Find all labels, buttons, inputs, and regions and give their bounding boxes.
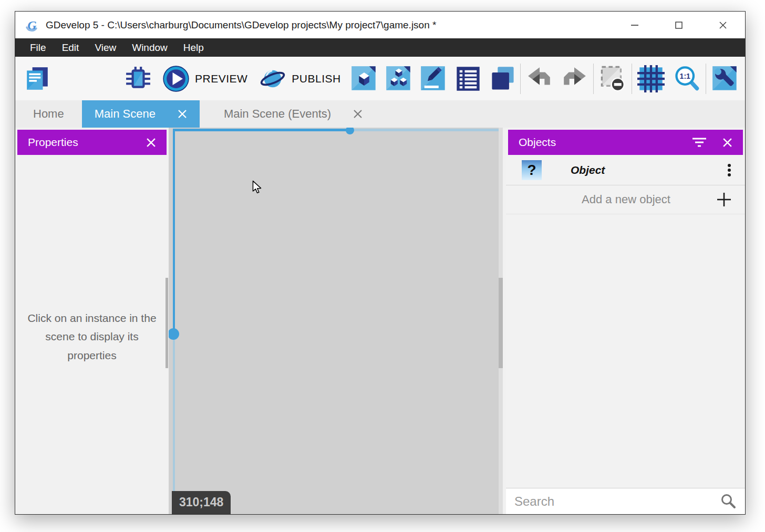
search-input[interactable] bbox=[514, 494, 720, 509]
layers-icon bbox=[489, 65, 516, 92]
close-icon[interactable] bbox=[722, 138, 732, 148]
maximize-button[interactable] bbox=[657, 12, 701, 38]
main-area: Properties Click on an instance in the s… bbox=[15, 128, 745, 514]
pencil-icon bbox=[420, 65, 447, 92]
tab-close-icon[interactable] bbox=[178, 109, 187, 119]
toolbar-separator bbox=[706, 64, 706, 94]
redo-icon bbox=[561, 66, 587, 92]
add-object-label: Add a new object bbox=[520, 193, 717, 206]
window-title: GDevelop 5 - C:\Users\charburg\Documents… bbox=[46, 19, 436, 31]
menu-edit[interactable]: Edit bbox=[54, 38, 87, 57]
object-name: Object bbox=[571, 164, 605, 176]
plus-icon[interactable] bbox=[717, 192, 731, 207]
scene-canvas[interactable]: 310;148 bbox=[169, 128, 499, 514]
object-groups-button[interactable] bbox=[385, 65, 412, 92]
filter-icon[interactable] bbox=[692, 137, 707, 148]
publish-label: PUBLISH bbox=[292, 72, 340, 85]
search-bar bbox=[506, 488, 745, 514]
toolbar-separator bbox=[632, 64, 632, 94]
close-button[interactable] bbox=[701, 12, 745, 38]
tab-label: Home bbox=[33, 107, 64, 121]
top-resize-handle[interactable] bbox=[346, 128, 354, 134]
zoom-1-1-icon: 1:1 bbox=[673, 65, 700, 92]
project-manager-button[interactable] bbox=[24, 65, 51, 92]
list-icon bbox=[454, 65, 482, 92]
scene-border-left-lower bbox=[173, 334, 175, 514]
menu-view[interactable]: View bbox=[87, 38, 124, 57]
deselect-all-button[interactable] bbox=[599, 65, 626, 92]
objects-list-empty-area bbox=[506, 214, 745, 488]
gdevelop-window: G GDevelop 5 - C:\Users\charburg\Documen… bbox=[15, 11, 746, 515]
undo-icon bbox=[526, 66, 553, 92]
menu-bar: File Edit View Window Help bbox=[15, 38, 745, 57]
tab-main-scene-events[interactable]: Main Scene (Events) bbox=[209, 100, 377, 128]
cubes-group-icon bbox=[385, 65, 412, 92]
layers-editor-button[interactable] bbox=[489, 65, 516, 92]
question-mark-icon: ? bbox=[522, 160, 542, 180]
scene-border-top-right bbox=[350, 129, 499, 131]
bug-icon bbox=[125, 66, 151, 92]
preview-button[interactable]: PREVIEW bbox=[162, 65, 247, 92]
preview-label: PREVIEW bbox=[195, 72, 247, 85]
wrench-icon bbox=[711, 65, 739, 92]
mouse-cursor bbox=[250, 180, 264, 195]
properties-panel-title: Properties bbox=[28, 136, 78, 149]
toggle-grid-button[interactable] bbox=[637, 65, 665, 92]
gdevelop-logo-icon: G bbox=[24, 17, 39, 33]
objects-panel: Objects ? Object bbox=[506, 128, 745, 514]
clear-selection-icon bbox=[599, 65, 626, 92]
scene-border-top bbox=[173, 129, 350, 131]
properties-empty-message: Click on an instance in the scene to dis… bbox=[25, 309, 159, 364]
object-list-item[interactable]: ? Object bbox=[506, 155, 745, 185]
properties-panel-header: Properties bbox=[17, 130, 167, 155]
scene-properties-button[interactable] bbox=[420, 65, 447, 92]
svg-text:G: G bbox=[27, 18, 37, 32]
project-manager-icon bbox=[24, 66, 50, 92]
window-controls bbox=[613, 12, 745, 38]
zoom-original-button[interactable]: 1:1 bbox=[673, 65, 700, 92]
add-object-row[interactable]: Add a new object bbox=[506, 185, 745, 214]
publish-button[interactable]: PUBLISH bbox=[259, 65, 340, 92]
properties-panel: Properties Click on an instance in the s… bbox=[15, 128, 169, 514]
cube-page-icon bbox=[350, 65, 378, 92]
toolbar-separator bbox=[593, 64, 594, 94]
close-icon[interactable] bbox=[146, 138, 156, 148]
menu-help[interactable]: Help bbox=[175, 38, 212, 57]
instances-list-button[interactable] bbox=[454, 65, 482, 92]
tab-label: Main Scene (Events) bbox=[224, 107, 331, 121]
toolbar-separator bbox=[520, 64, 521, 94]
undo-button[interactable] bbox=[526, 65, 553, 92]
menu-window[interactable]: Window bbox=[124, 38, 175, 57]
objects-editor-button[interactable] bbox=[350, 65, 378, 92]
globe-icon bbox=[259, 65, 286, 92]
debugger-button[interactable] bbox=[125, 65, 152, 92]
objects-panel-header: Objects bbox=[508, 130, 743, 155]
object-menu-icon[interactable] bbox=[727, 163, 731, 177]
scrollbar-thumb[interactable] bbox=[499, 278, 503, 368]
objects-panel-title: Objects bbox=[519, 136, 556, 149]
play-icon bbox=[162, 65, 190, 92]
search-icon bbox=[720, 493, 737, 510]
scene-border-left bbox=[173, 129, 175, 334]
title-bar: G GDevelop 5 - C:\Users\charburg\Documen… bbox=[15, 12, 745, 38]
minimize-button[interactable] bbox=[613, 12, 657, 38]
tab-bar: Home Main Scene Main Scene (Events) bbox=[15, 100, 745, 128]
tab-label: Main Scene bbox=[95, 107, 156, 121]
properties-scrollbar[interactable] bbox=[166, 278, 168, 368]
tab-home[interactable]: Home bbox=[15, 100, 82, 128]
grid-icon bbox=[637, 65, 665, 92]
cursor-coordinates-badge: 310;148 bbox=[172, 491, 231, 514]
tab-main-scene[interactable]: Main Scene bbox=[82, 100, 200, 128]
menu-file[interactable]: File bbox=[22, 38, 54, 57]
tab-close-icon[interactable] bbox=[353, 109, 363, 119]
redo-button[interactable] bbox=[561, 65, 588, 92]
left-resize-handle[interactable] bbox=[169, 328, 179, 340]
toolbar: PREVIEW PUBLISH bbox=[15, 57, 745, 100]
canvas-vertical-scrollbar[interactable] bbox=[499, 128, 503, 514]
svg-text:1:1: 1:1 bbox=[680, 72, 691, 80]
scene-tools-button[interactable] bbox=[711, 65, 739, 92]
